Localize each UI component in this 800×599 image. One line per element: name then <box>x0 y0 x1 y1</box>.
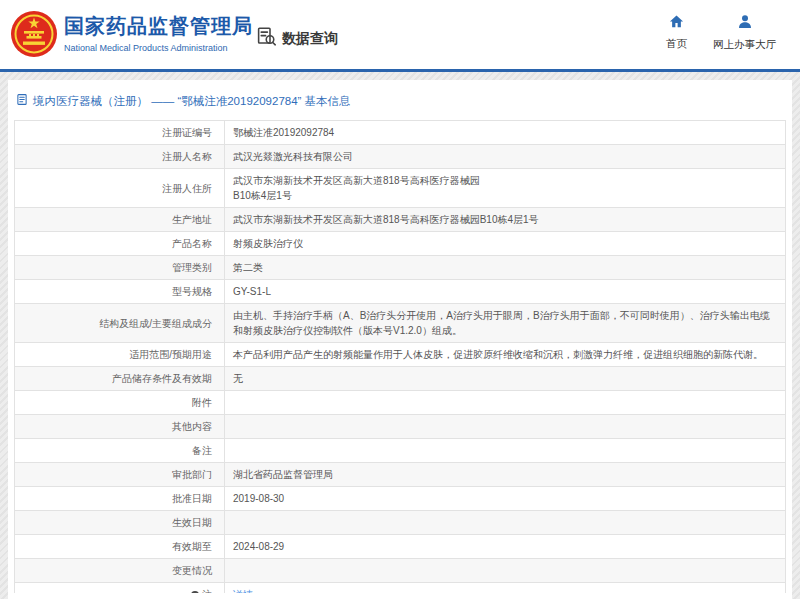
agency-title-block: 国家药品监督管理局 National Medical Products Admi… <box>64 13 253 53</box>
row-label: 注册人名称 <box>15 145 225 169</box>
table-row: 生效日期 <box>15 511 786 535</box>
info-table-body: 注册证编号鄂械注准20192092784注册人名称武汉光燚激光科技有限公司注册人… <box>15 121 786 599</box>
breadcrumb-text: 境内医疗器械（注册） —— “鄂械注准20192092784” 基本信息 <box>33 94 351 109</box>
data-query-section: 数据查询 <box>256 26 338 51</box>
row-label: 适用范围/预期用途 <box>15 343 225 367</box>
table-row: 型号规格GY-S1-L <box>15 280 786 304</box>
row-label: 审批部门 <box>15 463 225 487</box>
table-row: 产品储存条件及有效期无 <box>15 367 786 391</box>
row-value: 武汉市东湖新技术开发区高新大道818号高科医疗器械园B10栋4层1号 <box>225 208 786 232</box>
user-icon <box>737 14 753 34</box>
document-icon <box>16 92 28 110</box>
table-row: 注册人住所武汉市东湖新技术开发区高新大道818号高科医疗器械园 B10栋4层1号 <box>15 169 786 208</box>
row-value: 2024-08-29 <box>225 535 786 559</box>
row-label: 生效日期 <box>15 511 225 535</box>
table-row: 适用范围/预期用途本产品利用产品产生的射频能量作用于人体皮肤，促进胶原纤维收缩和… <box>15 343 786 367</box>
table-row: 其他内容 <box>15 415 786 439</box>
row-label: 型号规格 <box>15 280 225 304</box>
content-card: 境内医疗器械（注册） —— “鄂械注准20192092784” 基本信息 注册证… <box>8 80 792 599</box>
agency-name-en: National Medical Products Administration <box>64 43 253 53</box>
row-value: 湖北省药品监督管理局 <box>225 463 786 487</box>
nav-label-home: 首页 <box>666 37 687 51</box>
agency-name: 国家药品监督管理局 <box>64 13 253 40</box>
row-value: 射频皮肤治疗仪 <box>225 232 786 256</box>
row-value <box>225 439 786 463</box>
row-label: 结构及组成/主要组成成分 <box>15 304 225 343</box>
row-label: 变更情况 <box>15 559 225 583</box>
row-label: 生产地址 <box>15 208 225 232</box>
table-row: 产品名称射频皮肤治疗仪 <box>15 232 786 256</box>
nav-item-home[interactable]: 首页 <box>666 14 687 52</box>
row-label: 产品名称 <box>15 232 225 256</box>
row-label: 其他内容 <box>15 415 225 439</box>
footer-strip <box>10 593 790 599</box>
table-row: 注册证编号鄂械注准20192092784 <box>15 121 786 145</box>
data-query-label: 数据查询 <box>282 30 338 48</box>
table-row: 注册人名称武汉光燚激光科技有限公司 <box>15 145 786 169</box>
table-row: 生产地址武汉市东湖新技术开发区高新大道818号高科医疗器械园B10栋4层1号 <box>15 208 786 232</box>
row-value: GY-S1-L <box>225 280 786 304</box>
national-emblem-icon <box>10 10 58 58</box>
info-table: 注册证编号鄂械注准20192092784注册人名称武汉光燚激光科技有限公司注册人… <box>14 120 786 599</box>
row-value: 无 <box>225 367 786 391</box>
row-value: 2019-08-30 <box>225 487 786 511</box>
breadcrumb: 境内医疗器械（注册） —— “鄂械注准20192092784” 基本信息 <box>14 84 786 120</box>
table-row: 附件 <box>15 391 786 415</box>
nav-label-service-hall: 网上办事大厅 <box>713 38 776 52</box>
top-nav: 首页 网上办事大厅 <box>666 14 776 52</box>
site-header: 国家药品监督管理局 National Medical Products Admi… <box>0 0 800 69</box>
row-label: 备注 <box>15 439 225 463</box>
row-label: 注册人住所 <box>15 169 225 208</box>
row-value: 第二类 <box>225 256 786 280</box>
row-value: 鄂械注准20192092784 <box>225 121 786 145</box>
table-row: 变更情况 <box>15 559 786 583</box>
row-value: 由主机、手持治疗手柄（A、B治疗头分开使用，A治疗头用于眼周，B治疗头用于面部，… <box>225 304 786 343</box>
row-value <box>225 511 786 535</box>
row-label: 产品储存条件及有效期 <box>15 367 225 391</box>
row-label: 附件 <box>15 391 225 415</box>
row-value <box>225 559 786 583</box>
table-row: 管理类别第二类 <box>15 256 786 280</box>
row-label: 批准日期 <box>15 487 225 511</box>
row-value <box>225 415 786 439</box>
page-background: 境内医疗器械（注册） —— “鄂械注准20192092784” 基本信息 注册证… <box>0 72 800 599</box>
row-value <box>225 391 786 415</box>
data-query-icon <box>256 26 277 51</box>
table-row: 批准日期2019-08-30 <box>15 487 786 511</box>
row-label: 管理类别 <box>15 256 225 280</box>
row-value: 武汉市东湖新技术开发区高新大道818号高科医疗器械园 B10栋4层1号 <box>225 169 786 208</box>
table-row: 审批部门湖北省药品监督管理局 <box>15 463 786 487</box>
table-row: 备注 <box>15 439 786 463</box>
row-value: 武汉光燚激光科技有限公司 <box>225 145 786 169</box>
row-label: 注册证编号 <box>15 121 225 145</box>
row-value: 本产品利用产品产生的射频能量作用于人体皮肤，促进胶原纤维收缩和沉积，刺激弹力纤维… <box>225 343 786 367</box>
table-row: 有效期至2024-08-29 <box>15 535 786 559</box>
table-row: 结构及组成/主要组成成分由主机、手持治疗手柄（A、B治疗头分开使用，A治疗头用于… <box>15 304 786 343</box>
nav-item-service-hall[interactable]: 网上办事大厅 <box>713 14 776 52</box>
home-icon <box>668 14 685 33</box>
row-label: 有效期至 <box>15 535 225 559</box>
